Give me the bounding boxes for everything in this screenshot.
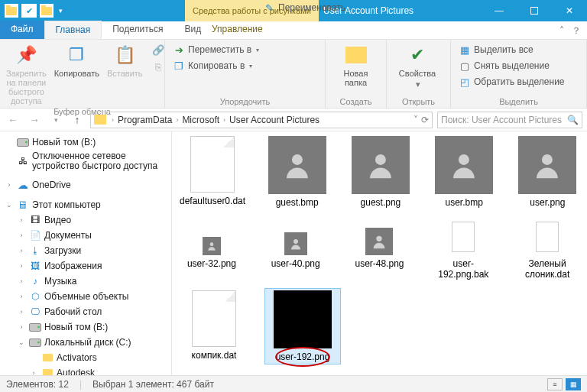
file-name: defaultuser0.dat [178, 196, 247, 206]
select-all-button[interactable]: ▦Выделить все [457, 43, 580, 57]
selectnone-icon: ▢ [459, 60, 471, 72]
copy-to-button[interactable]: ❐Копировать в▾ [171, 59, 319, 73]
file-item[interactable]: defaultuser0.dat [178, 136, 247, 208]
copy-to-icon: ❐ [173, 60, 185, 72]
new-folder-icon [344, 43, 368, 67]
qat-properties-icon[interactable]: ✔ [21, 4, 37, 18]
properties-icon: ✔ [405, 43, 430, 67]
explorer-icon [5, 4, 18, 18]
svg-point-4 [210, 242, 214, 246]
tree-onedrive[interactable]: ›☁OneDrive [0, 177, 171, 193]
file-item[interactable]: user.png [514, 136, 581, 208]
search-input[interactable]: Поиск: User Account Pictures 🔍 [437, 112, 582, 128]
file-item[interactable]: user-32.png [178, 219, 245, 280]
tree-downloads[interactable]: ›⭳Загрузки [0, 243, 171, 258]
tree-thispc[interactable]: ⌄🖥Этот компьютер [0, 197, 171, 212]
file-item[interactable]: user-40.png [262, 219, 329, 280]
tree-3dobjects[interactable]: ›⬡Объемные объекты [0, 289, 171, 304]
file-name: user-48.png [353, 258, 405, 269]
tab-share[interactable]: Поделиться [102, 21, 174, 39]
paste-button[interactable]: 📋 Вставить [107, 43, 143, 78]
select-none-button[interactable]: ▢Снять выделение [457, 59, 580, 73]
selectall-icon: ▦ [459, 44, 471, 56]
paste-shortcut-button[interactable]: ⎘ [151, 60, 166, 73]
new-folder-button[interactable]: Новая папка [332, 43, 380, 87]
nav-up-button[interactable]: ↑ [69, 112, 86, 128]
breadcrumb-seg[interactable]: User Account Pictures [228, 115, 321, 125]
nav-history-button[interactable]: ▾ [47, 112, 64, 128]
file-item[interactable]: user.bmp [431, 136, 498, 208]
avatar-thumb [365, 228, 393, 255]
tree-desktop[interactable]: ›🖵Рабочий стол [0, 304, 171, 319]
bak-file-icon [452, 222, 475, 252]
breadcrumb-seg[interactable]: ProgramData [116, 115, 174, 125]
view-details-button[interactable]: ≡ [547, 378, 563, 390]
chevron-down-icon: ▾ [416, 79, 420, 89]
file-name: user-40.png [270, 258, 322, 269]
breadcrumb-seg[interactable]: Microsoft [180, 115, 221, 125]
view-icons-button[interactable]: ▦ [566, 378, 581, 390]
avatar-thumb [284, 232, 307, 255]
tree-disconnected[interactable]: 🖧Отключенное сетевое устройство быстрого… [0, 150, 171, 173]
tree-music[interactable]: ›♪Музыка [0, 274, 171, 289]
collapse-ribbon-icon[interactable]: ˄ ？ [559, 24, 581, 37]
invert-icon: ◰ [459, 76, 471, 88]
nav-tree[interactable]: Новый том (B:) 🖧Отключенное сетевое устр… [0, 131, 172, 375]
invert-selection-button[interactable]: ◰Обратить выделение [457, 75, 580, 89]
file-item[interactable]: user-192.png.bak [430, 219, 497, 280]
svg-point-0 [292, 154, 303, 165]
file-name: Зеленый слоник.dat [514, 258, 581, 280]
properties-button[interactable]: ✔ Свойства ▾ [393, 43, 442, 89]
copy-icon: ❐ [64, 43, 89, 67]
nav-forward-button[interactable]: → [26, 112, 43, 128]
close-button[interactable]: ✕ [552, 0, 587, 21]
qat-customize-icon[interactable]: ▾ [57, 7, 64, 15]
shortcut-icon: ⎘ [152, 60, 164, 73]
tree-drive-c[interactable]: ⌄Локальный диск (C:) [0, 335, 171, 350]
svg-point-1 [375, 154, 386, 165]
avatar-thumb [268, 136, 326, 194]
svg-point-6 [377, 236, 382, 241]
file-name: user-192.png [274, 352, 332, 362]
svg-point-3 [542, 154, 553, 165]
qat-newfolder-icon[interactable] [40, 4, 54, 18]
copy-button[interactable]: ❐ Копировать [54, 43, 99, 78]
status-bar: Элементов: 12 | Выбран 1 элемент: 467 ба… [0, 375, 587, 392]
image-thumb [274, 290, 332, 348]
refresh-icon[interactable]: ⟳ [421, 115, 429, 125]
file-item-selected[interactable]: user-192.png [265, 289, 340, 364]
file-name: guest.bmp [274, 197, 320, 208]
pin-icon: 📌 [14, 43, 38, 67]
ribbon: 📌 Закрепить на панели быстрого доступа ❐… [0, 40, 587, 109]
pc-icon: 🖥 [17, 199, 29, 211]
paste-icon: 📋 [112, 43, 137, 67]
move-icon: ➔ [173, 44, 185, 56]
address-dropdown-icon[interactable]: ˅ [413, 115, 418, 125]
address-bar[interactable]: › ProgramData › Microsoft › User Account… [90, 112, 433, 128]
tree-folder-autodesk[interactable]: ›Autodesk [0, 365, 171, 375]
onedrive-icon: ☁ [17, 179, 29, 191]
file-item[interactable]: guest.bmp [264, 136, 330, 208]
tab-file[interactable]: Файл [0, 21, 44, 39]
tree-documents[interactable]: ›📄Документы [0, 228, 171, 243]
nav-back-button[interactable]: ← [5, 112, 21, 128]
file-item[interactable]: user-48.png [346, 219, 413, 280]
copy-path-button[interactable]: 🔗 [151, 43, 166, 57]
tab-home[interactable]: Главная [44, 21, 102, 39]
rename-button[interactable]: ✎Переименовать [261, 1, 347, 15]
pin-to-quickaccess-button[interactable]: 📌 Закрепить на панели быстрого доступа [6, 43, 47, 105]
file-area[interactable]: defaultuser0.dat guest.bmp guest.png use… [172, 131, 587, 375]
tree-folder-activators[interactable]: Activators [0, 350, 171, 365]
file-item[interactable]: Зеленый слоник.dat [514, 219, 581, 280]
minimize-button[interactable]: — [482, 0, 517, 21]
rename-icon: ✎ [263, 2, 275, 14]
tree-video[interactable]: ›🎞Видео [0, 212, 171, 228]
file-item[interactable]: компик.dat [178, 290, 250, 362]
tree-drive-b2[interactable]: ›Новый том (B:) [0, 319, 171, 335]
file-item[interactable]: guest.png [347, 136, 413, 208]
maximize-button[interactable] [517, 0, 552, 21]
tab-picture-tools[interactable]: Управление [201, 21, 274, 39]
tree-drive-b[interactable]: Новый том (B:) [0, 134, 171, 150]
move-to-button[interactable]: ➔Переместить в▾ [171, 43, 319, 57]
tree-pictures[interactable]: ›🖼Изображения [0, 258, 171, 274]
